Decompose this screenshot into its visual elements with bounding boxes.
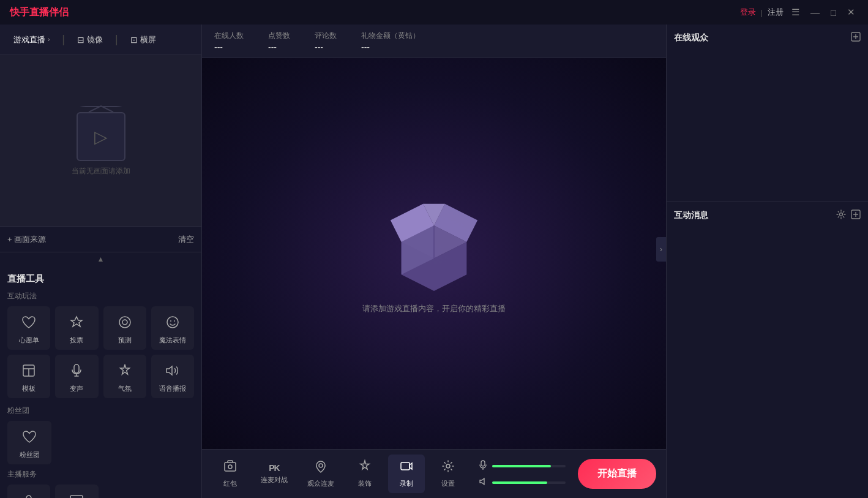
svg-point-2 (119, 317, 130, 328)
maximize-button[interactable]: □ (828, 7, 839, 18)
tool-wishlist-label: 心愿单 (19, 336, 39, 345)
stat-comments: 评论数 --- (315, 31, 337, 52)
nav-divider-1: | (62, 33, 65, 46)
tool-atmosphere-label: 气氛 (118, 384, 132, 393)
nav-landscape[interactable]: ⊡ 横屏 (124, 31, 162, 49)
svg-point-3 (122, 320, 127, 325)
stats-bar: 在线人数 --- 点赞数 --- 评论数 --- 礼物金额（黄钻） --- (202, 25, 666, 58)
tool-voice-broadcast-label: 语音播报 (159, 384, 186, 393)
tool-predict-label: 预测 (118, 336, 132, 345)
stat-online-label: 在线人数 (214, 31, 244, 41)
host-icon-2 (67, 491, 86, 498)
vote-icon (67, 312, 86, 332)
tool-voice-broadcast[interactable]: 语音播报 (151, 355, 194, 398)
svg-rect-17 (481, 461, 485, 466)
decoration-icon (358, 459, 372, 477)
fans-heart-icon (20, 427, 39, 447)
stat-online-value: --- (214, 42, 244, 52)
main-layout: 游戏直播 › | ⊟ 镜像 | ⊡ 横屏 (0, 25, 868, 498)
nav-landscape-label: 横屏 (140, 34, 156, 45)
toolbar-record-label: 录制 (400, 479, 413, 488)
tools-section: 直播工具 互动玩法 心愿单 投票 (0, 266, 201, 498)
heart-icon (19, 312, 39, 332)
collapse-right-panel-button[interactable]: › (656, 237, 666, 262)
toolbar-pk[interactable]: PK 连麦对战 (253, 458, 295, 489)
speaker-slider-fill (492, 481, 547, 484)
stat-likes-label: 点赞数 (268, 31, 290, 41)
redpacket-icon (223, 459, 237, 477)
toolbar-settings[interactable]: 设置 (430, 455, 466, 493)
mic-slider-fill (492, 465, 551, 467)
stat-likes: 点赞数 --- (268, 31, 290, 52)
clear-button[interactable]: 清空 (178, 234, 194, 245)
nav-mirror[interactable]: ⊟ 镜像 (71, 31, 109, 49)
close-button[interactable]: ✕ (844, 7, 858, 18)
toolbar-redpacket[interactable]: 红包 (212, 455, 249, 493)
login-button[interactable]: 登录 (740, 7, 756, 18)
tool-fans-group[interactable]: 粉丝团 (7, 421, 51, 464)
tools-grid-interactive: 心愿单 投票 预测 (7, 306, 194, 398)
tool-magic-emoji-label: 魔法表情 (159, 336, 186, 345)
canvas-hint-text: 当前无画面请添加 (72, 166, 130, 176)
online-viewers-expand-icon[interactable] (851, 32, 861, 44)
interaction-settings-icon[interactable] (836, 209, 846, 222)
tool-voice-change[interactable]: 变声 (55, 355, 98, 398)
stat-gift: 礼物金额（黄钻） --- (361, 31, 420, 52)
nav-game-live[interactable]: 游戏直播 › (7, 31, 56, 49)
tool-wishlist[interactable]: 心愿单 (7, 306, 50, 350)
msg-header-icons (836, 209, 861, 222)
nav-game-live-label: 游戏直播 (13, 34, 45, 45)
speaker-slider-track[interactable] (492, 481, 566, 484)
audience-link-icon (314, 459, 327, 477)
volume-controls (471, 460, 573, 488)
add-source-button[interactable]: + 画面来源 (7, 234, 46, 245)
right-panel: 在线观众 互动消息 (666, 25, 868, 498)
svg-point-5 (170, 320, 171, 322)
canvas-area: ▷ 当前无画面请添加 (0, 55, 201, 227)
toolbar-settings-label: 设置 (441, 479, 455, 488)
interaction-messages-section: 互动消息 (667, 202, 868, 498)
mic-icon (479, 460, 487, 472)
svg-point-13 (228, 465, 232, 469)
collapse-chevron[interactable]: ▲ (0, 252, 201, 266)
tool-host-1[interactable]: ... (7, 485, 50, 498)
toolbar-decoration[interactable]: 装饰 (346, 455, 383, 493)
mirror-icon: ⊟ (77, 35, 84, 45)
toolbar-redpacket-label: 红包 (223, 479, 237, 488)
tool-magic-emoji[interactable]: 魔法表情 (151, 306, 194, 350)
tool-predict[interactable]: 预测 (103, 306, 146, 350)
stat-online: 在线人数 --- (214, 31, 244, 52)
register-button[interactable]: 注册 (768, 7, 784, 18)
interaction-title: 互动消息 (674, 210, 708, 221)
toolbar-audience-link-label: 观众连麦 (307, 479, 334, 488)
empty-box-illustration (379, 193, 489, 291)
tools-sub-title-interactive: 互动玩法 (7, 291, 194, 301)
svg-rect-11 (70, 496, 83, 498)
fans-grid: 粉丝团 (7, 421, 194, 464)
interaction-expand-icon[interactable] (851, 209, 861, 222)
template-icon (19, 361, 39, 380)
start-live-button[interactable]: 开始直播 (578, 459, 656, 489)
tool-vote[interactable]: 投票 (55, 306, 98, 350)
tool-template[interactable]: 模板 (7, 355, 50, 398)
menu-button[interactable]: ☰ (788, 7, 803, 18)
tool-atmosphere[interactable]: 气氛 (103, 355, 146, 398)
host-services-section: 主播服务 ... ... (7, 469, 194, 498)
play-icon: ▷ (94, 127, 108, 147)
bottom-toolbar: 红包 PK 连麦对战 观众连麦 装饰 (202, 449, 666, 498)
atmosphere-icon (115, 361, 135, 380)
svg-point-14 (319, 464, 323, 467)
fans-sub-title: 粉丝团 (7, 406, 194, 416)
toolbar-decoration-label: 装饰 (358, 479, 372, 488)
minimize-button[interactable]: — (807, 7, 823, 18)
pk-icon: PK (269, 463, 279, 473)
titlebar: 快手直播伴侣 登录 | 注册 ☰ — □ ✕ (0, 0, 868, 25)
magic-emoji-icon (163, 312, 182, 332)
nav-mirror-label: 镜像 (87, 34, 103, 45)
chevron-up-icon: ▲ (97, 255, 105, 263)
tool-host-2[interactable]: ... (55, 485, 98, 498)
toolbar-audience-link[interactable]: 观众连麦 (300, 455, 342, 493)
toolbar-record[interactable]: 录制 (388, 455, 425, 493)
mic-slider-track[interactable] (492, 465, 566, 467)
center-panel: 在线人数 --- 点赞数 --- 评论数 --- 礼物金额（黄钻） --- (202, 25, 666, 498)
